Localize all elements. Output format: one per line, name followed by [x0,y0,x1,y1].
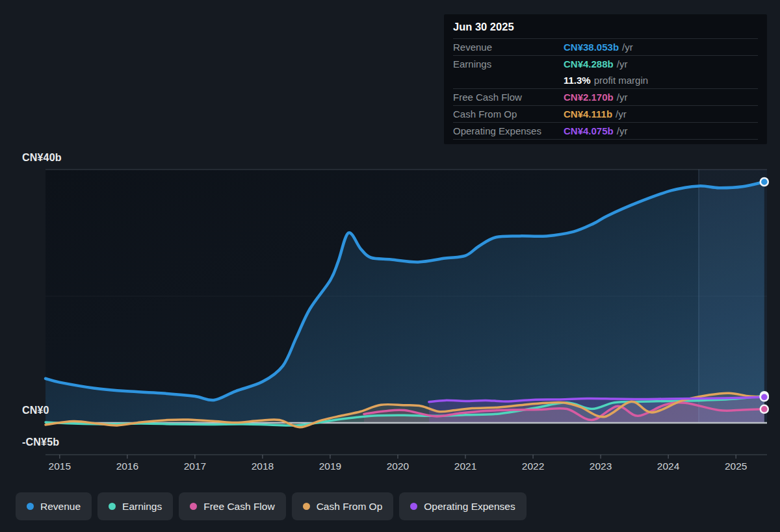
x-axis-label-2019: 2019 [319,461,341,472]
tooltip-row-value: CN¥38.053b [564,42,619,53]
x-axis-label-2020: 2020 [387,461,410,472]
tooltip-row-label: Operating Expenses [453,125,564,136]
legend-label: Cash From Op [317,501,383,513]
tooltip-row-label: Revenue [453,42,564,53]
x-axis-label-2018: 2018 [252,461,274,472]
legend-item-revenue[interactable]: Revenue [16,492,92,520]
legend-label: Operating Expenses [424,501,515,513]
legend-label: Free Cash Flow [203,501,274,513]
revenue-endpoint-marker [760,178,768,186]
tooltip-row-profit-margin: 11.3%profit margin [453,72,758,88]
tooltip-row-suffix: /yr [617,125,628,136]
y-axis-label-zero: CN¥0 [22,405,49,416]
chart-tooltip: Jun 30 2025 RevenueCN¥38.053b/yrEarnings… [444,14,767,144]
tooltip-rows: RevenueCN¥38.053b/yrEarningsCN¥4.288b/yr… [453,39,758,140]
tooltip-row-value: CN¥4.075b [564,125,614,136]
tooltip-row-suffix: /yr [617,58,628,70]
x-axis-label-2025: 2025 [725,461,747,472]
revenue-dot-icon [27,503,34,510]
x-axis-label-2022: 2022 [522,461,544,472]
legend-item-free-cash-flow[interactable]: Free Cash Flow [179,492,285,520]
y-axis-label-neg5b: -CN¥5b [22,437,59,448]
tooltip-row-suffix: /yr [617,92,628,103]
tooltip-row-suffix: profit margin [594,75,648,86]
tooltip-row-label: Cash From Op [453,108,564,120]
tooltip-row-operating-expenses: Operating ExpensesCN¥4.075b/yr [453,122,758,139]
tooltip-row-value: CN¥4.111b [564,108,612,120]
chart-legend: RevenueEarningsFree Cash FlowCash From O… [16,492,526,520]
legend-item-cash-from-op[interactable]: Cash From Op [292,492,394,520]
y-axis-label-40b: CN¥40b [22,152,62,164]
free-cash-flow-endpoint-marker [760,405,768,413]
earnings-dot-icon [109,503,116,510]
legend-item-operating-expenses[interactable]: Operating Expenses [399,492,526,520]
legend-item-earnings[interactable]: Earnings [98,492,173,520]
tooltip-date: Jun 30 2025 [453,14,758,39]
tooltip-row-value: CN¥2.170b [564,92,614,103]
tooltip-row-label: Earnings [453,58,564,70]
tooltip-row-cash-from-op: Cash From OpCN¥4.111b/yr [453,105,758,122]
tooltip-row-suffix: /yr [622,42,633,53]
x-axis-label-2021: 2021 [454,461,476,472]
x-axis-label-2017: 2017 [184,461,206,472]
tooltip-row-earnings: EarningsCN¥4.288b/yr [453,55,758,72]
operating-expenses-endpoint-marker [760,393,768,401]
x-axis-label-2024: 2024 [657,461,680,472]
highlight-band [699,170,767,423]
x-axis-label-2016: 2016 [116,461,138,472]
tooltip-row-label: Free Cash Flow [453,92,564,103]
cash-from-op-dot-icon [303,503,310,510]
x-axis-label-2015: 2015 [49,461,71,472]
tooltip-row-free-cash-flow: Free Cash FlowCN¥2.170b/yr [453,88,758,105]
free-cash-flow-dot-icon [190,503,197,510]
tooltip-row-revenue: RevenueCN¥38.053b/yr [453,39,758,55]
legend-label: Revenue [40,501,81,513]
x-axis-label-2023: 2023 [590,461,612,472]
tooltip-row-value: CN¥4.288b [564,58,614,70]
legend-label: Earnings [122,501,162,513]
operating-expenses-dot-icon [410,503,417,510]
tooltip-row-value: 11.3% [564,75,591,86]
tooltip-row-suffix: /yr [616,108,627,120]
